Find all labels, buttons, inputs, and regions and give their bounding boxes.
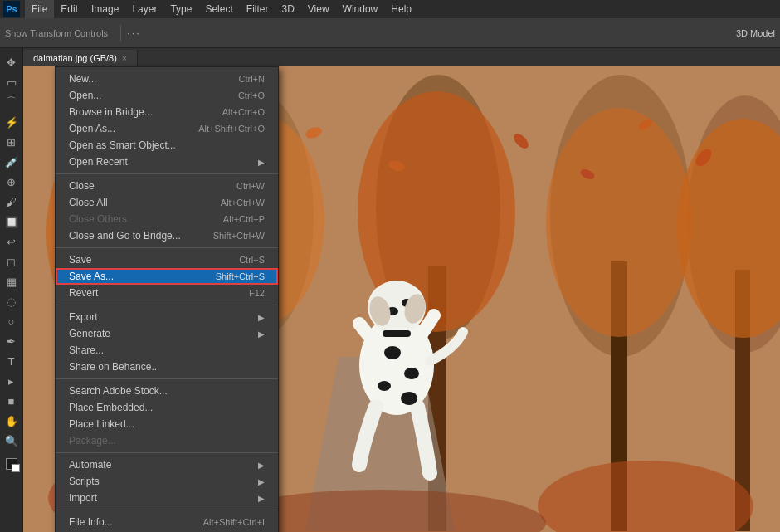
menu-close-bridge[interactable]: Close and Go to Bridge... Shift+Ctrl+W — [56, 227, 278, 244]
menu-search-stock[interactable]: Search Adobe Stock... — [56, 383, 278, 399]
menu-revert[interactable]: Revert F12 — [56, 285, 278, 301]
menu-open-smart[interactable]: Open as Smart Object... — [56, 137, 278, 154]
menu-generate[interactable]: Generate ▶ — [56, 325, 278, 342]
menu-close[interactable]: Close Ctrl+W — [56, 178, 278, 194]
menu-close-bridge-label: Close and Go to Bridge... — [69, 230, 181, 242]
menu-bar: Ps File Edit Image Layer Type Select Fil… — [0, 0, 780, 18]
menu-place-linked[interactable]: Place Linked... — [56, 416, 278, 432]
menu-close-others-shortcut: Alt+Ctrl+P — [223, 214, 265, 224]
toolbar-more-icon[interactable]: ··· — [127, 27, 141, 39]
tab-bar: dalmatian.jpg (GB/8) × — [23, 48, 780, 66]
menu-3d[interactable]: 3D — [275, 0, 300, 18]
menu-automate-label: Automate — [69, 459, 111, 471]
separator-1 — [56, 173, 278, 174]
menu-browse-bridge-shortcut: Alt+Ctrl+O — [222, 107, 265, 117]
separator-6 — [56, 510, 278, 510]
zoom-tool[interactable]: 🔍 — [2, 432, 21, 450]
shape-tool[interactable]: ■ — [2, 392, 21, 410]
healing-tool[interactable]: ⊕ — [2, 173, 21, 191]
document-tab[interactable]: dalmatian.jpg (GB/8) × — [23, 50, 138, 66]
menu-type[interactable]: Type — [163, 0, 198, 18]
eyedropper-tool[interactable]: 💉 — [2, 153, 21, 171]
menu-open-recent[interactable]: Open Recent ▶ — [56, 154, 278, 170]
menu-open[interactable]: Open... Ctrl+O — [56, 87, 278, 104]
canvas-area: dalmatian.jpg (GB/8) × — [23, 48, 780, 532]
generate-arrow: ▶ — [258, 329, 265, 339]
hand-tool[interactable]: ✋ — [2, 412, 21, 430]
svg-point-31 — [384, 346, 401, 359]
menu-export[interactable]: Export ▶ — [56, 309, 278, 325]
menu-select[interactable]: Select — [198, 0, 239, 18]
menu-generate-label: Generate — [69, 328, 110, 339]
import-arrow: ▶ — [258, 494, 265, 503]
menu-open-as[interactable]: Open As... Alt+Shift+Ctrl+O — [56, 120, 278, 137]
crop-tool[interactable]: ⊞ — [2, 133, 21, 151]
menu-package: Package... — [56, 432, 278, 449]
menu-close-others: Close Others Alt+Ctrl+P — [56, 211, 278, 227]
ps-app-icon: Ps — [3, 1, 20, 17]
separator-5 — [56, 452, 278, 453]
move-tool[interactable]: ✥ — [2, 53, 21, 71]
menu-save-as[interactable]: Save As... Shift+Ctrl+S — [56, 268, 278, 285]
menu-file[interactable]: File — [25, 0, 54, 18]
menu-new-shortcut: Ctrl+N — [239, 74, 265, 84]
separator-2 — [56, 247, 278, 248]
menu-scripts-label: Scripts — [69, 476, 100, 487]
brush-tool[interactable]: 🖌 — [2, 193, 21, 211]
tab-close-btn[interactable]: × — [122, 54, 127, 63]
menu-filter[interactable]: Filter — [240, 0, 275, 18]
tab-label: dalmatian.jpg (GB/8) — [33, 53, 117, 63]
eraser-tool[interactable]: ◻ — [2, 252, 21, 271]
menu-save-as-label: Save As... — [69, 271, 114, 282]
menu-save-as-shortcut: Shift+Ctrl+S — [216, 271, 265, 281]
open-recent-arrow: ▶ — [258, 158, 265, 167]
magic-wand-tool[interactable]: ⚡ — [2, 113, 21, 131]
lasso-tool[interactable]: ⌒ — [2, 93, 21, 111]
menu-share-behance-label: Share on Behance... — [69, 361, 159, 373]
menu-open-as-shortcut: Alt+Shift+Ctrl+O — [198, 124, 265, 134]
menu-save-shortcut: Ctrl+S — [239, 255, 265, 265]
menu-browse-bridge-label: Browse in Bridge... — [69, 106, 153, 118]
blur-tool[interactable]: ◌ — [2, 292, 21, 310]
menu-save[interactable]: Save Ctrl+S — [56, 251, 278, 268]
menu-image[interactable]: Image — [85, 0, 125, 18]
foreground-color-swatch[interactable] — [2, 455, 21, 473]
svg-point-32 — [404, 368, 419, 379]
svg-point-33 — [378, 381, 391, 391]
history-brush-tool[interactable]: ↩ — [2, 232, 21, 251]
menu-search-stock-label: Search Adobe Stock... — [69, 385, 168, 397]
menu-import[interactable]: Import ▶ — [56, 490, 278, 506]
menu-share-label: Share... — [69, 344, 104, 356]
menu-close-all[interactable]: Close All Alt+Ctrl+W — [56, 194, 278, 211]
file-dropdown-menu: New... Ctrl+N Open... Ctrl+O Browse in B… — [55, 66, 279, 532]
export-arrow: ▶ — [258, 313, 265, 322]
menu-edit[interactable]: Edit — [54, 0, 85, 18]
menu-scripts[interactable]: Scripts ▶ — [56, 473, 278, 490]
menu-close-all-shortcut: Alt+Ctrl+W — [221, 198, 265, 207]
gradient-tool[interactable]: ▦ — [2, 272, 21, 290]
menu-new[interactable]: New... Ctrl+N — [56, 71, 278, 87]
dodge-tool[interactable]: ○ — [2, 312, 21, 330]
menu-automate[interactable]: Automate ▶ — [56, 456, 278, 473]
menu-file-info[interactable]: File Info... Alt+Shift+Ctrl+I — [56, 514, 278, 530]
menu-share-behance[interactable]: Share on Behance... — [56, 359, 278, 375]
pen-tool[interactable]: ✒ — [2, 332, 21, 350]
path-selection-tool[interactable]: ▸ — [2, 372, 21, 390]
clone-tool[interactable]: 🔲 — [2, 212, 21, 231]
select-tool[interactable]: ▭ — [2, 73, 21, 91]
svg-point-34 — [401, 392, 417, 405]
menu-help[interactable]: Help — [384, 0, 418, 18]
main-layout: ✥ ▭ ⌒ ⚡ ⊞ 💉 ⊕ 🖌 🔲 ↩ ◻ ▦ ◌ ○ ✒ T ▸ ■ ✋ 🔍 … — [0, 48, 780, 532]
menu-layer[interactable]: Layer — [125, 0, 163, 18]
menu-view[interactable]: View — [301, 0, 336, 18]
menu-revert-label: Revert — [69, 287, 98, 299]
menu-share[interactable]: Share... — [56, 342, 278, 359]
transform-controls-label: Show Transform Controls — [5, 28, 108, 38]
menu-place-embedded[interactable]: Place Embedded... — [56, 399, 278, 416]
menu-browse-bridge[interactable]: Browse in Bridge... Alt+Ctrl+O — [56, 104, 278, 120]
menu-open-label: Open... — [69, 90, 101, 101]
menu-package-label: Package... — [69, 435, 116, 447]
menu-open-smart-label: Open as Smart Object... — [69, 139, 176, 151]
type-tool[interactable]: T — [2, 352, 21, 370]
menu-window[interactable]: Window — [336, 0, 385, 18]
